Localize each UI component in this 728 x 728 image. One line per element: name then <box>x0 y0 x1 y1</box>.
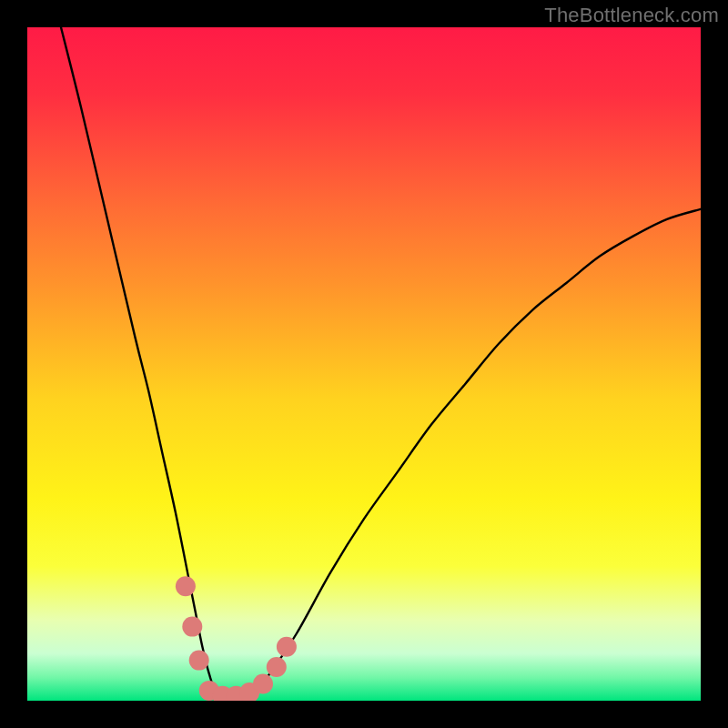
marker-dot <box>189 651 209 671</box>
chart-svg <box>27 27 701 701</box>
marker-dot <box>176 576 196 596</box>
marker-dot <box>277 637 297 657</box>
marker-dot <box>182 617 202 637</box>
marker-dot <box>267 657 287 677</box>
gradient-rect <box>27 27 701 701</box>
marker-dot <box>253 674 273 694</box>
outer-frame: TheBottleneck.com <box>0 0 728 728</box>
plot-area <box>27 27 701 701</box>
watermark-text: TheBottleneck.com <box>544 4 719 27</box>
